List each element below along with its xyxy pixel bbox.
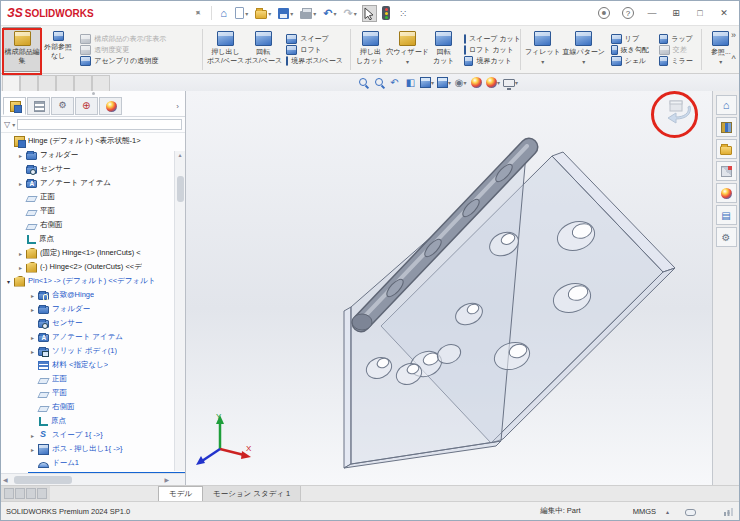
- command-tab[interactable]: [92, 75, 110, 91]
- configurationmanager-tab[interactable]: [51, 97, 74, 115]
- menu-item[interactable]: [160, 10, 174, 16]
- view-palette-icon[interactable]: [716, 161, 737, 181]
- menu-item[interactable]: [104, 10, 118, 16]
- custom-properties-icon[interactable]: ▤: [716, 205, 737, 225]
- fillet-button[interactable]: フィレット ▾: [524, 27, 562, 72]
- tag-icon[interactable]: [685, 509, 696, 516]
- tree-item[interactable]: ドーム1: [1, 456, 185, 470]
- ribbon-row-button[interactable]: ミラー: [657, 56, 695, 66]
- edit-appearance-icon[interactable]: [470, 75, 483, 89]
- dropdown-caret-icon[interactable]: ▾: [582, 58, 585, 67]
- panel-tabs-more-icon[interactable]: ›: [172, 102, 183, 111]
- ribbon-row-button[interactable]: シェル: [609, 56, 651, 66]
- tree-item[interactable]: 合致@Hinge: [1, 288, 185, 302]
- undo-icon[interactable]: ↶ ▾: [321, 5, 339, 22]
- ribbon-row-button[interactable]: 境界ボス/ベース: [284, 56, 344, 66]
- ribbon-row-button[interactable]: 交差: [657, 45, 695, 55]
- tree-item[interactable]: Hinge (デフォルト) <表示状態-1>: [1, 134, 185, 148]
- expand-arrow-icon[interactable]: [28, 334, 37, 341]
- expand-arrow-icon[interactable]: [28, 306, 37, 313]
- dropdown-caret-icon[interactable]: ▾: [541, 58, 544, 67]
- login-user-icon[interactable]: ☻: [593, 5, 615, 22]
- tree-item[interactable]: 右側面: [1, 400, 185, 414]
- extrude-boss-button[interactable]: 押し出し ボス/ベース: [206, 27, 246, 72]
- model-tab[interactable]: モデル: [158, 486, 203, 501]
- scroll-left-icon[interactable]: ◀: [3, 476, 8, 483]
- view-settings-icon[interactable]: ▾: [503, 75, 518, 89]
- hole-wizard-button[interactable]: 穴ウィザード ▾: [387, 27, 429, 72]
- redo-icon[interactable]: ↷ ▾: [341, 5, 359, 22]
- scrollbar-thumb[interactable]: [14, 476, 72, 484]
- tree-horizontal-scrollbar[interactable]: ◀ ▶: [1, 473, 185, 485]
- ribbon-overflow-button[interactable]: »: [731, 30, 736, 40]
- ribbon-row-button[interactable]: 構成部品の表示/非表示: [78, 34, 195, 44]
- linear-pattern-button[interactable]: 直線パターン ▾: [562, 27, 606, 72]
- filter-funnel-icon[interactable]: ▽: [4, 120, 10, 129]
- ribbon-row-button[interactable]: リブ: [609, 34, 651, 44]
- expand-arrow-icon[interactable]: [16, 250, 25, 257]
- expand-arrow-icon[interactable]: [28, 348, 37, 355]
- tree-item[interactable]: 平面: [1, 386, 185, 400]
- ribbon-row-button[interactable]: 透明度変更: [78, 45, 195, 55]
- view-orientation-icon[interactable]: ▾: [420, 75, 434, 89]
- motion-study-tab[interactable]: モーション スタディ 1: [203, 486, 301, 501]
- no-external-references-button[interactable]: 外部参照なし: [41, 27, 75, 72]
- graphics-viewport[interactable]: Y X: [186, 91, 712, 485]
- scroll-up-icon[interactable]: ▴: [178, 151, 181, 158]
- tab-nav-button[interactable]: [15, 488, 25, 499]
- tree-item[interactable]: 平面: [1, 204, 185, 218]
- expand-arrow-icon[interactable]: [28, 292, 37, 299]
- new-document-icon[interactable]: ▾: [233, 5, 251, 22]
- dropdown-caret-icon[interactable]: ▾: [719, 58, 722, 67]
- dimxpertmanager-tab[interactable]: [75, 97, 98, 115]
- units-caret-icon[interactable]: ▴: [666, 508, 669, 515]
- tree-item[interactable]: スイープ 1{ ->}: [1, 428, 185, 442]
- expand-arrow-icon[interactable]: [4, 278, 13, 285]
- display-style-icon[interactable]: ▾: [437, 75, 451, 89]
- command-tab[interactable]: [2, 75, 20, 91]
- tree-item[interactable]: ソリッド ボディ(1): [1, 344, 185, 358]
- tree-item[interactable]: 原点: [1, 232, 185, 246]
- home-icon[interactable]: ⌂: [216, 5, 231, 22]
- tab-nav-button[interactable]: [4, 488, 14, 499]
- more-commands-icon[interactable]: ⁙: [396, 5, 411, 22]
- tab-nav-button[interactable]: [26, 488, 36, 499]
- tree-item[interactable]: 正面: [1, 190, 185, 204]
- apply-scene-icon[interactable]: ▾: [486, 75, 500, 89]
- minimize-icon[interactable]: —: [641, 5, 663, 22]
- edit-component-button[interactable]: 構成部品編集: [3, 27, 41, 72]
- save-icon[interactable]: ▾: [276, 5, 296, 22]
- command-tab[interactable]: [38, 75, 56, 91]
- help-icon[interactable]: ?: [617, 5, 639, 22]
- maximize-icon[interactable]: □: [689, 5, 711, 22]
- ribbon-row-button[interactable]: アセンブリの透明度: [78, 56, 195, 66]
- menu-item[interactable]: [146, 10, 160, 16]
- tab-nav-button[interactable]: [37, 488, 47, 499]
- tree-item[interactable]: センサー: [1, 162, 185, 176]
- ribbon-row-button[interactable]: スイープ: [284, 34, 344, 44]
- forum-icon[interactable]: ⚙: [716, 227, 737, 247]
- design-library-icon[interactable]: [716, 117, 737, 137]
- zoom-to-area-icon[interactable]: [372, 75, 385, 89]
- propertymanager-tab[interactable]: [27, 97, 50, 115]
- feature-filter-input[interactable]: [17, 119, 182, 130]
- tree-item[interactable]: Pin<1> -> (デフォルト) <<デフォルト: [1, 274, 185, 288]
- command-tab[interactable]: [74, 75, 92, 91]
- file-explorer-icon[interactable]: [716, 139, 737, 159]
- tree-item[interactable]: (-) Hinge<2> (OuterCuts) <<デ: [1, 260, 185, 274]
- command-tab[interactable]: [56, 75, 74, 91]
- expand-arrow-icon[interactable]: [28, 432, 37, 439]
- menu-item[interactable]: [118, 10, 132, 16]
- units-indicator[interactable]: MMGS: [633, 507, 656, 516]
- tree-item[interactable]: 材料 <指定なし>: [1, 358, 185, 372]
- ribbon-row-button[interactable]: ロフト: [284, 45, 344, 55]
- command-tab[interactable]: [20, 75, 38, 91]
- ribbon-row-button[interactable]: 抜き勾配: [609, 45, 651, 55]
- print-icon[interactable]: ▾: [298, 5, 319, 22]
- tree-item[interactable]: (固定) Hinge<1> (InnerCuts) <: [1, 246, 185, 260]
- rebuild-traffic-light-icon[interactable]: [379, 5, 394, 22]
- displaymanager-tab[interactable]: [99, 97, 122, 115]
- featuremanager-tree-tab[interactable]: [3, 97, 26, 115]
- dropdown-caret-icon[interactable]: ▾: [406, 58, 409, 67]
- expand-arrow-icon[interactable]: [16, 264, 25, 271]
